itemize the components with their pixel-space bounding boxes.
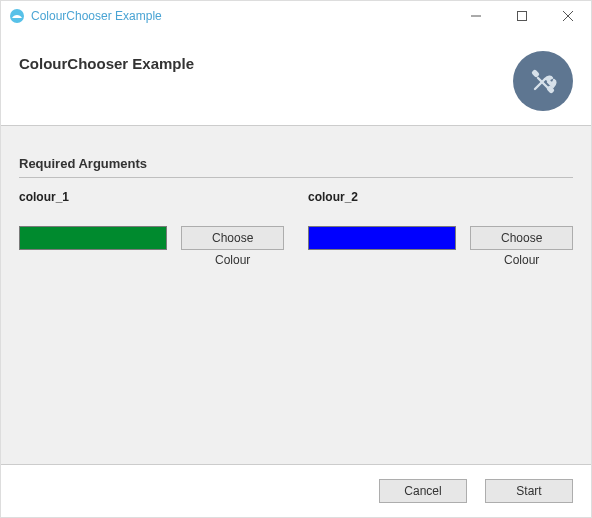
titlebar: ColourChooser Example (1, 1, 591, 31)
argument-colour-1: colour_1 Choose Colour (19, 190, 284, 250)
minimize-button[interactable] (453, 1, 499, 31)
argument-label: colour_2 (308, 190, 573, 204)
footer: Cancel Start (1, 464, 591, 517)
svg-rect-5 (533, 71, 539, 77)
colour-picker-row: Choose Colour (19, 226, 284, 250)
tools-icon (513, 51, 573, 111)
argument-colour-2: colour_2 Choose Colour (308, 190, 573, 250)
header: ColourChooser Example (1, 31, 591, 125)
section-title: Required Arguments (19, 156, 573, 178)
argument-label: colour_1 (19, 190, 284, 204)
choose-colour-button-1[interactable]: Choose Colour (181, 226, 284, 250)
window-controls (453, 1, 591, 31)
window-title: ColourChooser Example (31, 9, 453, 23)
arguments-row: colour_1 Choose Colour colour_2 Choose C… (19, 190, 573, 250)
close-button[interactable] (545, 1, 591, 31)
page-title: ColourChooser Example (19, 51, 513, 72)
content-area: Required Arguments colour_1 Choose Colou… (1, 126, 591, 464)
colour-swatch-1 (19, 226, 167, 250)
choose-colour-button-2[interactable]: Choose Colour (470, 226, 573, 250)
colour-picker-row: Choose Colour (308, 226, 573, 250)
maximize-button[interactable] (499, 1, 545, 31)
svg-rect-2 (518, 12, 527, 21)
colour-swatch-2 (308, 226, 456, 250)
app-icon (9, 8, 25, 24)
start-button[interactable]: Start (485, 479, 573, 503)
cancel-button[interactable]: Cancel (379, 479, 467, 503)
